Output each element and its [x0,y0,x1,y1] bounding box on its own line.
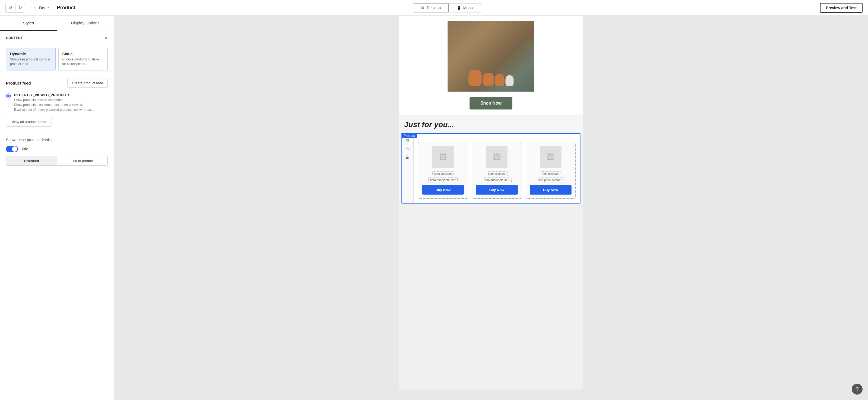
product-image-3: 🖼 [540,146,561,168]
link-to-product-button[interactable]: Link to product [57,156,108,165]
device-toggle: 🖥 Desktop 📱 Mobile [413,3,482,12]
just-for-you-title: Just for you... [399,120,583,133]
static-title: Static [62,52,104,56]
pot-white [506,75,514,86]
content-type-cards: Dynamic Showcase products using a produc… [0,43,114,75]
title-toggle[interactable] [6,146,18,152]
pot-1 [468,70,482,86]
static-desc: Choose products to show for all recipien… [62,57,104,66]
desktop-icon: 🖥 [421,6,425,10]
redo-button[interactable]: ↻ [15,3,25,13]
title-toggle-label: Title [21,147,28,151]
product-card-1: 🖼 item.title|safe item.price|default:"" … [418,142,468,199]
buy-now-button-3[interactable]: Buy Now [530,185,571,195]
tab-display-options[interactable]: Display Options [57,16,114,31]
left-panel: Styles Display Options CONTENT ∧ Dynamic… [0,16,114,400]
product-block-label: Product [401,133,417,138]
shop-now-section: Shop Now [399,16,583,115]
radio-button[interactable] [6,94,11,98]
content-collapse-icon[interactable]: ∧ [104,35,108,40]
pot-2 [483,73,494,86]
product-price-template-1: item.price|default:"" [428,177,458,182]
feed-option-desc-1: Show products from All categories. [14,98,94,102]
tab-styles[interactable]: Styles [0,16,57,31]
link-type-toggle: Unlinked Link to product [6,156,108,166]
product-title-template-2: item.title|safe [486,171,507,176]
preview-and-test-button[interactable]: Preview and Test [820,3,863,13]
page-title: Product [57,5,75,10]
done-arrow-icon: ← [33,5,37,10]
pottery-background [447,21,534,92]
pottery-pots [468,70,514,86]
recently-viewed-option[interactable]: RECENTLY_VIEWED_PRODUCTS Show products f… [0,90,114,114]
static-content-card[interactable]: Static Choose products to show for all r… [58,48,108,70]
product-image-2: 🖼 [486,146,507,168]
view-all-feeds-button[interactable]: View all product feeds [6,117,52,127]
product-details-label: Show these product details: [6,138,108,142]
desktop-button[interactable]: 🖥 Desktop [413,3,448,12]
buy-now-button-1[interactable]: Buy Now [422,185,464,195]
buy-now-button-2[interactable]: Buy Now [476,185,518,195]
product-block: Product ⧉ ☆ 🗑 🖼 item.title|safe [401,133,581,203]
undo-redo-group: ↺ ↻ [5,3,25,13]
product-hero-image [447,21,534,92]
mobile-label: Mobile [463,6,474,10]
shop-now-button[interactable]: Shop Now [469,97,513,109]
product-price-template-3: item.price|default:"" [536,177,565,182]
delete-icon[interactable]: 🗑 [404,154,412,162]
feed-option-desc-3: If we run out of recently viewed product… [14,107,94,112]
feed-option-desc-2: Show products a customer has recently vi… [14,102,94,107]
dynamic-desc: Showcase products using a product feed. [10,57,52,66]
radio-selected-indicator [7,95,9,97]
product-title-template-3: item.title|safe [540,171,561,176]
unlinked-button[interactable]: Unlinked [6,156,57,165]
product-card-2: 🖼 item.title|safe item.price|default:"" … [472,142,522,199]
just-for-you-section: Just for you... Product ⧉ ☆ 🗑 [399,115,583,203]
view-all-row: View all product feeds [0,114,114,131]
block-toolbar: ⧉ ☆ 🗑 [402,134,414,203]
dynamic-title: Dynamic [10,52,52,56]
content-section-header: CONTENT ∧ [0,31,114,43]
product-block-inner: ⧉ ☆ 🗑 🖼 item.title|safe item.price|defau… [402,134,580,203]
radio-text: RECENTLY_VIEWED_PRODUCTS Show products f… [14,93,94,112]
help-button[interactable]: ? [852,384,863,395]
product-card-3: 🖼 item.title|safe item.price|default:"" … [526,142,576,199]
desktop-label: Desktop [427,6,440,10]
section-divider [6,132,108,132]
mobile-icon: 📱 [457,6,461,10]
top-bar-left: ↺ ↻ ← Done Product [5,3,75,13]
tabs-row: Styles Display Options [0,16,114,31]
preview-area: Shop Now Just for you... Product ⧉ ☆ 🗑 [114,16,868,400]
preview-content: Shop Now Just for you... Product ⧉ ☆ 🗑 [399,16,583,389]
pot-3 [495,74,504,86]
mobile-button[interactable]: 📱 Mobile [448,3,482,12]
product-feed-row: Product feed Create product feed [0,75,114,90]
dynamic-content-card[interactable]: Dynamic Showcase products using a produc… [6,48,56,70]
feed-option-title: RECENTLY_VIEWED_PRODUCTS [14,93,94,97]
done-label: Done [39,5,49,10]
product-details-section: Show these product details: Title Unlink… [0,133,114,170]
title-toggle-row: Title [6,146,108,152]
top-bar-actions: Preview and Test [820,3,863,13]
toggle-knob [12,146,18,152]
create-product-feed-button[interactable]: Create product feed [67,78,108,88]
content-section-title: CONTENT [6,36,23,40]
top-bar: ↺ ↻ ← Done Product 🖥 Desktop 📱 Mobile Pr… [0,0,868,16]
main-layout: Styles Display Options CONTENT ∧ Dynamic… [0,16,868,400]
favorite-icon[interactable]: ☆ [404,145,412,153]
product-image-1: 🖼 [432,146,454,168]
undo-button[interactable]: ↺ [5,3,15,13]
done-link[interactable]: ← Done [33,5,49,10]
product-title-template-1: item.title|safe [432,171,454,176]
product-price-template-2: item.price|default:"" [482,177,511,182]
product-feed-label: Product feed [6,81,31,86]
product-cards-grid: 🖼 item.title|safe item.price|default:"" … [414,134,580,203]
